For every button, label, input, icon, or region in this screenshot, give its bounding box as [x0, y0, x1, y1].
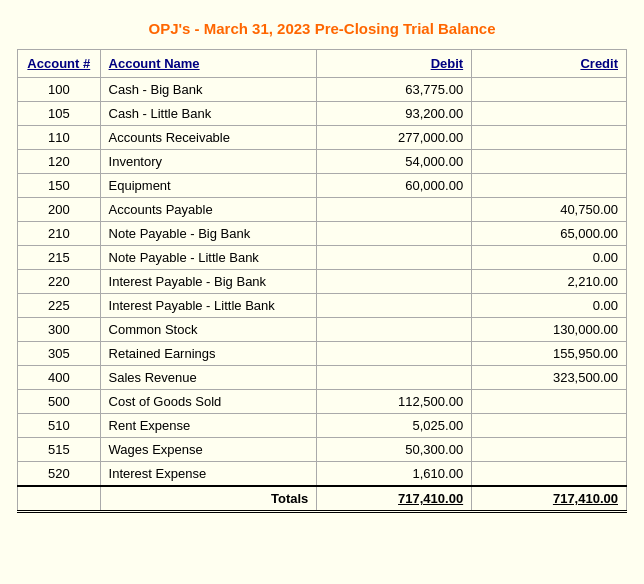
cell-account-num: 510: [18, 414, 101, 438]
table-row: 220Interest Payable - Big Bank2,210.00: [18, 270, 627, 294]
cell-account-num: 210: [18, 222, 101, 246]
cell-credit: 155,950.00: [472, 342, 627, 366]
header-account-num: Account #: [18, 50, 101, 78]
page-title: OPJ's - March 31, 2023 Pre-Closing Trial…: [17, 20, 627, 37]
cell-account-num: 120: [18, 150, 101, 174]
totals-row: Totals717,410.00717,410.00: [18, 486, 627, 512]
header-credit: Credit: [472, 50, 627, 78]
cell-credit: [472, 462, 627, 487]
main-container: OPJ's - March 31, 2023 Pre-Closing Trial…: [12, 10, 632, 523]
cell-account-name: Equipment: [100, 174, 317, 198]
cell-debit: [317, 294, 472, 318]
cell-credit: 40,750.00: [472, 198, 627, 222]
table-row: 400Sales Revenue323,500.00: [18, 366, 627, 390]
cell-debit: [317, 342, 472, 366]
cell-credit: 130,000.00: [472, 318, 627, 342]
cell-debit: 1,610.00: [317, 462, 472, 487]
table-row: 100Cash - Big Bank63,775.00: [18, 78, 627, 102]
cell-debit: 60,000.00: [317, 174, 472, 198]
cell-account-name: Rent Expense: [100, 414, 317, 438]
cell-credit: [472, 438, 627, 462]
cell-debit: [317, 246, 472, 270]
table-row: 200Accounts Payable40,750.00: [18, 198, 627, 222]
cell-debit: [317, 318, 472, 342]
table-row: 510Rent Expense5,025.00: [18, 414, 627, 438]
cell-account-name: Accounts Receivable: [100, 126, 317, 150]
table-row: 500Cost of Goods Sold112,500.00: [18, 390, 627, 414]
cell-account-num: 220: [18, 270, 101, 294]
cell-credit: [472, 414, 627, 438]
cell-account-name: Wages Expense: [100, 438, 317, 462]
cell-account-num: 500: [18, 390, 101, 414]
cell-account-name: Inventory: [100, 150, 317, 174]
cell-credit: 2,210.00: [472, 270, 627, 294]
cell-debit: [317, 270, 472, 294]
cell-debit: 93,200.00: [317, 102, 472, 126]
cell-debit: [317, 198, 472, 222]
trial-balance-table: Account # Account Name Debit Credit 100C…: [17, 49, 627, 513]
cell-debit: [317, 222, 472, 246]
cell-account-name: Interest Payable - Big Bank: [100, 270, 317, 294]
table-row: 520Interest Expense1,610.00: [18, 462, 627, 487]
cell-account-num: 520: [18, 462, 101, 487]
cell-account-name: Retained Earnings: [100, 342, 317, 366]
cell-credit: 323,500.00: [472, 366, 627, 390]
table-row: 110Accounts Receivable277,000.00: [18, 126, 627, 150]
cell-account-name: Cash - Big Bank: [100, 78, 317, 102]
table-row: 150Equipment60,000.00: [18, 174, 627, 198]
cell-account-num: 150: [18, 174, 101, 198]
totals-credit: 717,410.00: [472, 486, 627, 512]
cell-credit: [472, 150, 627, 174]
cell-debit: 277,000.00: [317, 126, 472, 150]
cell-debit: 5,025.00: [317, 414, 472, 438]
cell-credit: 0.00: [472, 246, 627, 270]
table-row: 210Note Payable - Big Bank65,000.00: [18, 222, 627, 246]
totals-debit: 717,410.00: [317, 486, 472, 512]
table-row: 215Note Payable - Little Bank0.00: [18, 246, 627, 270]
cell-account-num: 200: [18, 198, 101, 222]
cell-credit: 0.00: [472, 294, 627, 318]
cell-debit: 50,300.00: [317, 438, 472, 462]
cell-account-name: Cash - Little Bank: [100, 102, 317, 126]
table-row: 515Wages Expense50,300.00: [18, 438, 627, 462]
cell-account-name: Sales Revenue: [100, 366, 317, 390]
totals-empty-num: [18, 486, 101, 512]
cell-account-num: 225: [18, 294, 101, 318]
cell-credit: [472, 102, 627, 126]
header-debit: Debit: [317, 50, 472, 78]
cell-debit: 63,775.00: [317, 78, 472, 102]
cell-account-num: 400: [18, 366, 101, 390]
cell-debit: [317, 366, 472, 390]
table-row: 305Retained Earnings155,950.00: [18, 342, 627, 366]
table-header-row: Account # Account Name Debit Credit: [18, 50, 627, 78]
cell-credit: 65,000.00: [472, 222, 627, 246]
cell-credit: [472, 78, 627, 102]
table-row: 225Interest Payable - Little Bank0.00: [18, 294, 627, 318]
cell-account-num: 515: [18, 438, 101, 462]
totals-label: Totals: [100, 486, 317, 512]
cell-account-name: Note Payable - Big Bank: [100, 222, 317, 246]
cell-account-name: Cost of Goods Sold: [100, 390, 317, 414]
cell-credit: [472, 390, 627, 414]
cell-account-name: Note Payable - Little Bank: [100, 246, 317, 270]
cell-credit: [472, 174, 627, 198]
cell-debit: 112,500.00: [317, 390, 472, 414]
cell-account-num: 300: [18, 318, 101, 342]
table-row: 105Cash - Little Bank93,200.00: [18, 102, 627, 126]
cell-account-name: Interest Payable - Little Bank: [100, 294, 317, 318]
cell-account-num: 100: [18, 78, 101, 102]
cell-account-name: Accounts Payable: [100, 198, 317, 222]
cell-account-name: Common Stock: [100, 318, 317, 342]
header-account-name: Account Name: [100, 50, 317, 78]
cell-debit: 54,000.00: [317, 150, 472, 174]
cell-credit: [472, 126, 627, 150]
cell-account-num: 110: [18, 126, 101, 150]
table-row: 300Common Stock130,000.00: [18, 318, 627, 342]
table-row: 120Inventory54,000.00: [18, 150, 627, 174]
cell-account-num: 305: [18, 342, 101, 366]
cell-account-num: 215: [18, 246, 101, 270]
cell-account-name: Interest Expense: [100, 462, 317, 487]
cell-account-num: 105: [18, 102, 101, 126]
